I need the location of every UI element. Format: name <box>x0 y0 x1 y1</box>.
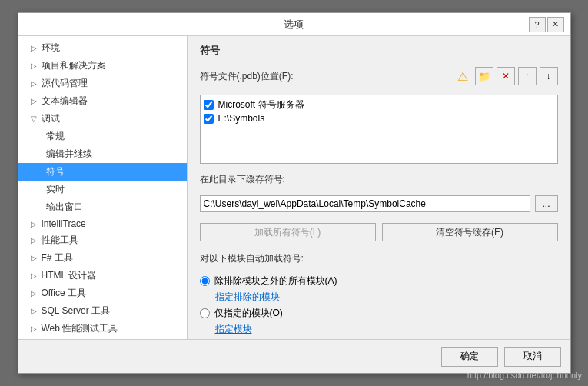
folder-icon-btn[interactable]: 📁 <box>475 67 493 85</box>
auto-load-label: 对以下模块自动加载符号: <box>200 252 558 265</box>
delete-icon-btn[interactable]: ✕ <box>497 67 515 85</box>
title-bar-controls: ? ✕ <box>529 17 564 32</box>
action-row: 加载所有符号(L) 清空符号缓存(E) <box>200 223 558 241</box>
close-button[interactable]: ✕ <box>547 17 564 32</box>
tree-item[interactable]: ▷Web 性能测试工具 <box>18 320 187 338</box>
tree-child-item[interactable]: 输出窗口 <box>18 198 187 216</box>
tree-item-label: 环境 <box>42 42 60 55</box>
tree-item-label: Web 性能测试工具 <box>42 322 118 335</box>
tree-arrow-icon: ▷ <box>31 307 38 315</box>
tree-arrow-icon: ▷ <box>31 236 38 245</box>
tree-child-item[interactable]: 常规 <box>18 128 187 145</box>
cancel-button[interactable]: 取消 <box>504 347 561 367</box>
specify-modules-link[interactable]: 指定模块 <box>215 323 558 336</box>
clear-cache-button[interactable]: 清空符号缓存(E) <box>382 223 558 241</box>
tree-arrow-icon: ▷ <box>31 254 38 262</box>
section-title: 符号 <box>200 44 558 58</box>
radio-specific-modules[interactable] <box>200 308 210 318</box>
symbol-source-checkbox[interactable] <box>204 114 214 124</box>
ok-button[interactable]: 确定 <box>441 347 498 367</box>
tree-arrow-icon: ▷ <box>31 62 38 70</box>
tree-item[interactable]: ▷源代码管理 <box>18 75 187 92</box>
symbol-toolbar: ⚠ 📁 ✕ ↑ ↓ <box>453 67 558 85</box>
cache-row: ... <box>200 195 558 212</box>
exclude-modules-link[interactable]: 指定排除的模块 <box>215 291 558 304</box>
symbol-source-label: Microsoft 符号服务器 <box>218 98 304 111</box>
cache-path-input[interactable] <box>200 195 530 212</box>
tree-item[interactable]: ▷环境 <box>18 39 187 57</box>
symbol-source-item: Microsoft 符号服务器 <box>204 98 554 111</box>
dialog-title: 选项 <box>58 18 529 32</box>
tree-arrow-icon: ▷ <box>31 289 38 298</box>
tree-arrow-icon: ▽ <box>31 115 38 123</box>
browse-button[interactable]: ... <box>535 195 558 212</box>
tree-item-label: 调试 <box>42 112 60 125</box>
tree-item[interactable]: ▷F# 工具 <box>18 249 187 267</box>
tree-item-label: Office 工具 <box>42 287 86 300</box>
delete-icon: ✕ <box>502 71 510 82</box>
tree-arrow-icon: ▷ <box>31 97 38 105</box>
tree-item-label: IntelliTrace <box>42 218 86 229</box>
tree-child-item[interactable]: 实时 <box>18 181 187 198</box>
help-button[interactable]: ? <box>529 17 546 32</box>
warn-icon: ⚠ <box>453 67 472 85</box>
tree-item[interactable]: ▷性能工具 <box>18 231 187 249</box>
tree-item-label: HTML 设计器 <box>42 269 97 282</box>
radio-item-all: 除排除模块之外的所有模块(A) <box>200 275 558 288</box>
tree-item[interactable]: ▷SQL Server 工具 <box>18 302 187 320</box>
tree-item-label: 文本编辑器 <box>42 95 88 108</box>
cache-label: 在此目录下缓存符号: <box>200 173 558 186</box>
tree-item[interactable]: ▷Office 工具 <box>18 285 187 302</box>
tree-child-item[interactable]: 编辑并继续 <box>18 145 187 163</box>
down-icon-btn[interactable]: ↓ <box>540 67 558 85</box>
down-arrow-icon: ↓ <box>546 71 551 82</box>
tree-item-label: SQL Server 工具 <box>42 304 111 318</box>
radio-all-label: 除排除模块之外的所有模块(A) <box>214 275 337 288</box>
tree-arrow-icon: ▷ <box>31 79 38 88</box>
tree-item[interactable]: ▷IntelliTrace <box>18 216 187 231</box>
right-panel: 符号 符号文件(.pdb)位置(F): ⚠ 📁 ✕ ↑ ↓ <box>188 36 570 339</box>
pdb-label: 符号文件(.pdb)位置(F): <box>200 70 294 83</box>
up-icon-btn[interactable]: ↑ <box>518 67 537 85</box>
tree-item[interactable]: ▽调试 <box>18 110 187 128</box>
left-panel: ▷环境▷项目和解决方案▷源代码管理▷文本编辑器▽调试常规编辑并继续符号实时输出窗… <box>18 36 188 339</box>
dialog-body: ▷环境▷项目和解决方案▷源代码管理▷文本编辑器▽调试常规编辑并继续符号实时输出窗… <box>18 36 570 339</box>
options-dialog: 选项 ? ✕ ▷环境▷项目和解决方案▷源代码管理▷文本编辑器▽调试常规编辑并继续… <box>18 12 571 374</box>
tree-item[interactable]: ▷HTML 设计器 <box>18 267 187 285</box>
up-arrow-icon: ↑ <box>525 71 530 82</box>
tree-child-item[interactable]: 符号 <box>18 163 187 181</box>
bottom-bar: 确定 取消 <box>18 339 570 373</box>
symbol-list-box: Microsoft 符号服务器E:\Symbols <box>200 95 558 164</box>
radio-item-specific: 仅指定的模块(O) <box>200 307 558 320</box>
symbol-source-checkbox[interactable] <box>204 100 214 110</box>
tree-arrow-icon: ▷ <box>31 271 38 280</box>
radio-specific-label: 仅指定的模块(O) <box>214 307 283 320</box>
tree-arrow-icon: ▷ <box>31 44 38 52</box>
tree-arrow-icon: ▷ <box>31 220 38 228</box>
tree-arrow-icon: ▷ <box>31 324 38 333</box>
tree-item[interactable]: ▷文本编辑器 <box>18 92 187 110</box>
title-bar: 选项 ? ✕ <box>18 13 570 36</box>
tree-item-label: 源代码管理 <box>42 77 88 90</box>
tree-item[interactable]: ▷项目和解决方案 <box>18 57 187 75</box>
folder-icon: 📁 <box>478 71 490 82</box>
tree-item-label: 性能工具 <box>42 234 78 247</box>
tree-item-label: F# 工具 <box>42 251 73 265</box>
symbol-source-item: E:\Symbols <box>204 113 554 124</box>
radio-group: 除排除模块之外的所有模块(A) 指定排除的模块 仅指定的模块(O) 指定模块 <box>200 275 558 336</box>
radio-all-modules[interactable] <box>200 276 210 286</box>
tree-item-label: 项目和解决方案 <box>42 59 106 72</box>
load-all-button[interactable]: 加载所有符号(L) <box>200 223 376 241</box>
symbol-source-label: E:\Symbols <box>218 113 265 124</box>
